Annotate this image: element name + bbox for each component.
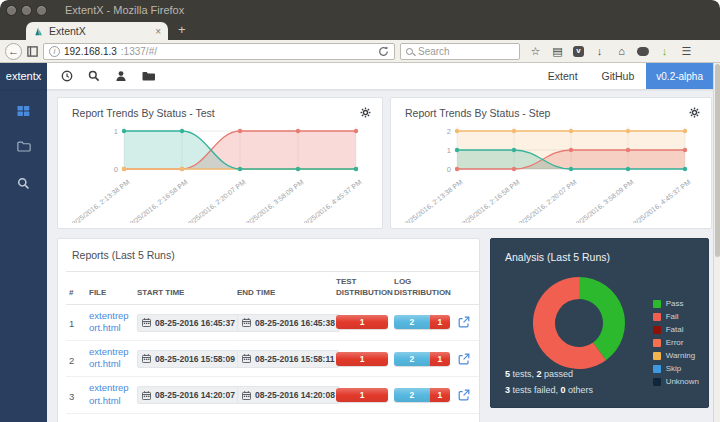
- legend-label: Error: [666, 338, 684, 347]
- column-header: TEST DISTRIBUTION: [333, 272, 391, 305]
- legend-label: Pass: [666, 299, 684, 308]
- calendar-icon: [142, 391, 151, 400]
- sidebar-item-dashboard[interactable]: [17, 105, 30, 117]
- report-file-link[interactable]: extentreport.html: [89, 382, 131, 407]
- legend-swatch: [653, 326, 661, 334]
- test-distribution-badge: 1: [336, 315, 388, 329]
- user-icon[interactable]: [114, 70, 128, 82]
- window-maximize-button[interactable]: [36, 5, 47, 16]
- clipboard-icon[interactable]: ▤: [551, 45, 564, 58]
- svg-text:8/25/2016, 4:45:37 PM: 8/25/2016, 4:45:37 PM: [302, 178, 362, 223]
- new-tab-button[interactable]: +: [178, 22, 186, 37]
- report-file-link[interactable]: extentreport.html: [89, 310, 131, 335]
- tab-bar: ExtentX × +: [0, 20, 720, 40]
- back-button[interactable]: ←: [5, 43, 22, 60]
- gear-icon[interactable]: [689, 107, 700, 118]
- legend-item: Fatal: [653, 325, 699, 334]
- window-close-button[interactable]: [6, 5, 17, 16]
- app-navbar: extentx Extent GitHub v0.2-alpha: [0, 63, 720, 89]
- svg-text:8/25/2016, 2:16:58 PM: 8/25/2016, 2:16:58 PM: [460, 178, 520, 223]
- pocket-icon[interactable]: v: [573, 46, 584, 57]
- test-trends-chart: 018/25/2016, 2:13:38 PM8/25/2016, 2:16:5…: [58, 119, 382, 223]
- search-input[interactable]: Search: [400, 43, 520, 60]
- browser-tab[interactable]: ExtentX ×: [26, 22, 168, 40]
- row-number: 1: [69, 318, 74, 329]
- app-sidebar: [0, 89, 47, 422]
- extentx-favicon-icon: [33, 26, 44, 37]
- legend-swatch: [653, 352, 661, 360]
- legend-item: Pass: [653, 299, 699, 308]
- calendar-icon: [242, 354, 251, 363]
- log-distribution-badge: 21: [394, 352, 450, 366]
- main-content: Report Trends By Status - Test 018/25/20…: [47, 89, 713, 422]
- column-header: END TIME: [234, 272, 333, 305]
- end-time-chip: 08-25-2016 14:20:08: [237, 386, 340, 404]
- tab-close-icon[interactable]: ×: [155, 26, 161, 37]
- legend-swatch: [653, 365, 661, 373]
- site-identity-icon[interactable]: i: [49, 46, 60, 57]
- reload-icon[interactable]: [378, 46, 389, 57]
- page-scrollbar[interactable]: [713, 63, 720, 422]
- report-file-link[interactable]: extentreport.html: [89, 419, 131, 422]
- brand-logo[interactable]: extentx: [0, 63, 47, 89]
- open-report-link-icon[interactable]: [458, 316, 476, 328]
- svg-text:8/25/2016, 2:20:07 PM: 8/25/2016, 2:20:07 PM: [517, 178, 577, 223]
- legend-swatch: [653, 300, 661, 308]
- url-path: :1337/#/: [121, 46, 374, 57]
- bookmark-star-icon[interactable]: ☆: [529, 45, 542, 58]
- legend-label: Warning: [666, 351, 696, 360]
- test-distribution-badge: 1: [336, 352, 388, 366]
- nav-link-extent[interactable]: Extent: [536, 70, 590, 82]
- reports-title: Reports (Last 5 Runs): [66, 249, 471, 271]
- legend-item: Error: [653, 338, 699, 347]
- clock-icon[interactable]: [60, 70, 74, 82]
- version-badge[interactable]: v0.2-alpha: [646, 63, 713, 89]
- column-header: [455, 272, 479, 305]
- home-icon[interactable]: ⌂: [615, 45, 628, 58]
- svg-text:8/25/2016, 3:58:09 PM: 8/25/2016, 3:58:09 PM: [574, 178, 634, 223]
- svg-text:8/25/2016, 3:58:09 PM: 8/25/2016, 3:58:09 PM: [244, 178, 304, 223]
- hello-icon[interactable]: [637, 47, 649, 56]
- legend-label: Fail: [666, 312, 679, 321]
- navigation-toolbar: ← i 192.168.1.3 :1337/#/ Search ☆▤v↓⌂↓☰: [0, 40, 720, 63]
- search-icon[interactable]: [87, 70, 101, 82]
- downloads-active-icon[interactable]: ↓: [658, 45, 671, 58]
- open-report-link-icon[interactable]: [458, 353, 476, 365]
- downloads-icon[interactable]: ↓: [593, 45, 606, 58]
- gear-icon[interactable]: [360, 107, 371, 118]
- svg-text:2: 2: [447, 127, 451, 136]
- reports-card: Reports (Last 5 Runs) #FILESTART TIMEEND…: [57, 238, 480, 422]
- nav-link-github[interactable]: GitHub: [590, 70, 647, 82]
- log-distribution-badge: 21: [394, 388, 450, 402]
- tab-title: ExtentX: [49, 25, 150, 37]
- report-file-link[interactable]: extentreport.html: [89, 346, 131, 371]
- log-distribution-badge: 21: [394, 315, 450, 329]
- sidebar-item-search[interactable]: [17, 177, 30, 190]
- browser-window: ExtentX - Mozilla Firefox ExtentX × + ← …: [0, 0, 720, 422]
- start-time-chip: 08-25-2016 16:45:37: [137, 314, 240, 332]
- test-trends-card: Report Trends By Status - Test 018/25/20…: [57, 97, 383, 229]
- table-row: 2extentreport.html08-25-2016 15:58:0908-…: [66, 340, 479, 376]
- url-input[interactable]: i 192.168.1.3 :1337/#/: [43, 43, 395, 60]
- url-host: 192.168.1.3: [64, 46, 117, 57]
- legend-item: Unknown: [653, 377, 699, 386]
- folder-icon[interactable]: [141, 71, 155, 82]
- svg-text:8/25/2016, 2:16:58 PM: 8/25/2016, 2:16:58 PM: [128, 178, 188, 223]
- sidebar-item-reports[interactable]: [17, 141, 31, 153]
- legend-item: Fail: [653, 312, 699, 321]
- bookmarks-sidebar-icon[interactable]: [27, 46, 38, 57]
- column-header: LOG DISTRIBUTION: [391, 272, 455, 305]
- open-report-link-icon[interactable]: [458, 389, 476, 401]
- scrollbar-thumb[interactable]: [715, 64, 720, 257]
- legend-label: Unknown: [666, 377, 699, 386]
- menu-icon[interactable]: ☰: [680, 45, 693, 58]
- column-header: #: [66, 272, 86, 305]
- analysis-card: Analysis (Last 5 Runs) PassFailFatalErro…: [490, 238, 709, 408]
- window-minimize-button[interactable]: [21, 5, 32, 16]
- svg-text:8/25/2016, 2:20:07 PM: 8/25/2016, 2:20:07 PM: [186, 178, 246, 223]
- window-title: ExtentX - Mozilla Firefox: [65, 4, 184, 16]
- svg-text:1: 1: [447, 146, 451, 155]
- test-distribution-badge: 1: [336, 388, 388, 402]
- search-placeholder: Search: [418, 46, 450, 57]
- badge-segment: 1: [336, 315, 388, 329]
